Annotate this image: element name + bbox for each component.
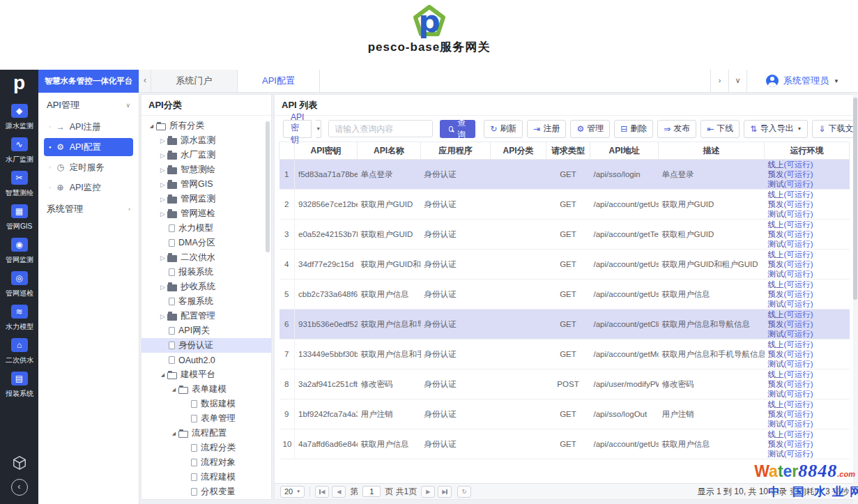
env-name-link[interactable]: 线上 [768, 160, 784, 169]
table-row-6[interactable]: 6931b536e0edf5208获取用户信息和导航信身份认证GET/api/a… [279, 310, 850, 339]
caret-collapsed-icon[interactable]: ▷ [158, 137, 167, 144]
env-name-link[interactable]: 测试 [768, 330, 784, 338]
caret-expanded-icon[interactable]: ◢ [158, 372, 167, 378]
table-row-5[interactable]: 5cbb2c733a648f626获取用户信息身份认证GET/api/accou… [279, 280, 850, 310]
env-name-link[interactable]: 线上 [768, 310, 784, 319]
env-name-link[interactable]: 线上 [768, 220, 784, 229]
register-button[interactable]: ⇥注册 [527, 120, 566, 138]
env-runnable-link[interactable]: (可运行) [784, 250, 813, 259]
env-name-link[interactable]: 线上 [768, 430, 784, 438]
caret-collapsed-icon[interactable]: ▷ [158, 181, 167, 188]
env-runnable-link[interactable]: (可运行) [784, 390, 813, 398]
env-name-link[interactable]: 测试 [768, 240, 784, 248]
env-runnable-link[interactable]: (可运行) [784, 260, 813, 268]
download-doc-button[interactable]: ⇓下载文档▼ [812, 120, 857, 138]
env-runnable-link[interactable]: (可运行) [784, 180, 813, 188]
env-name-link[interactable]: 预发 [768, 380, 784, 388]
env-runnable-link[interactable]: (可运行) [784, 210, 813, 218]
first-page-button[interactable]: ◀ [315, 486, 329, 498]
caret-expanded-icon[interactable]: ◢ [147, 123, 156, 129]
tree-node-20[interactable]: 数据建模 [141, 397, 271, 411]
table-row-4[interactable]: 434df77e29c15d获取用户GUID和租户身份认证GET/api/acc… [279, 250, 850, 280]
tree-node-1[interactable]: ◢所有分类 [141, 119, 271, 133]
env-runnable-link[interactable]: (可运行) [784, 340, 813, 349]
caret-collapsed-icon[interactable]: ▷ [158, 211, 167, 217]
tree-node-21[interactable]: 表单管理 [141, 411, 271, 426]
sidebar-item-1-1[interactable]: ○→API注册 [44, 118, 133, 136]
reload-grid-button[interactable]: ↻ [457, 486, 471, 498]
tree-node-16[interactable]: 身份认证 [141, 338, 271, 353]
env-name-link[interactable]: 预发 [768, 260, 784, 268]
tree-node-9[interactable]: DMA分区 [141, 236, 271, 250]
sidebar-item-1-2[interactable]: ●⚙API配置 [44, 138, 133, 156]
tree-node-8[interactable]: 水力模型 [141, 221, 271, 236]
tree-node-25[interactable]: 流程建模 [141, 470, 271, 484]
table-row-1[interactable]: 1f5d83aa71a78bef7单点登录身份认证GET/api/sso/log… [279, 160, 850, 190]
env-name-link[interactable]: 预发 [768, 320, 784, 328]
env-name-link[interactable]: 预发 [768, 410, 784, 418]
publish-button[interactable]: ⇒发布 [657, 120, 696, 138]
table-row-7[interactable]: 7133449e5bbf30b05获取用户信息和手机号身份认证GET/api/a… [279, 339, 850, 369]
env-name-link[interactable]: 线上 [768, 280, 784, 289]
env-name-link[interactable]: 线上 [768, 190, 784, 199]
search-field-caret-icon[interactable]: ▼ [316, 120, 321, 138]
env-name-link[interactable]: 预发 [768, 230, 784, 238]
env-name-link[interactable]: 预发 [768, 290, 784, 298]
env-name-link[interactable]: 线上 [768, 370, 784, 379]
sidebar-section-1[interactable]: API管理∨ [38, 95, 139, 116]
env-runnable-link[interactable]: (可运行) [784, 270, 813, 278]
tree-node-23[interactable]: 流程分类 [141, 441, 271, 455]
page-size-select[interactable]: 20 ▼ [280, 486, 305, 498]
tree-node-14[interactable]: ▷配置管理 [141, 309, 271, 323]
cube-icon[interactable] [12, 455, 27, 471]
wrench-button[interactable]: ⚙管理 [570, 120, 610, 138]
env-runnable-link[interactable]: (可运行) [784, 300, 813, 308]
tree-node-18[interactable]: ◢建模平台 [141, 367, 271, 382]
env-runnable-link[interactable]: (可运行) [784, 200, 813, 208]
column-header-2[interactable]: API名称 [358, 142, 421, 160]
env-runnable-link[interactable]: (可运行) [784, 330, 813, 338]
tab-2[interactable]: API配置 [238, 70, 320, 92]
rail-item-1[interactable]: ◆源水监测 [4, 104, 35, 131]
env-name-link[interactable]: 测试 [768, 180, 784, 188]
env-runnable-link[interactable]: (可运行) [784, 400, 813, 408]
rail-item-7[interactable]: ≋水力模型 [4, 305, 35, 332]
column-header-5[interactable]: 请求类型 [546, 142, 590, 160]
tab-menu-chevron-down-icon[interactable]: ∨ [728, 70, 746, 92]
env-name-link[interactable]: 测试 [768, 210, 784, 218]
rail-item-4[interactable]: ▦管网GIS [4, 204, 35, 231]
tree-node-4[interactable]: ▷智慧测绘 [141, 162, 271, 177]
env-name-link[interactable]: 测试 [768, 420, 784, 428]
env-name-link[interactable]: 线上 [768, 340, 784, 349]
env-runnable-link[interactable]: (可运行) [784, 450, 813, 458]
refresh-button[interactable]: ↻刷新 [484, 120, 523, 138]
tab-scroll-left-icon[interactable]: ‹ [139, 70, 151, 92]
import-export-button[interactable]: ⇅导入导出▼ [744, 120, 808, 138]
tree-node-19[interactable]: ◢表单建模 [141, 382, 271, 397]
rail-item-2[interactable]: ∿水厂监测 [4, 137, 35, 165]
collapse-rail-button[interactable]: ‹ [11, 479, 28, 496]
tree-node-26[interactable]: 分权变量 [141, 484, 271, 499]
tree-node-22[interactable]: ◢流程配置 [141, 426, 271, 441]
prev-page-button[interactable]: ◀ [332, 486, 346, 498]
table-row-2[interactable]: 2932856e7ce12be01获取用户GUID身份认证GET/api/acc… [279, 190, 850, 220]
caret-expanded-icon[interactable]: ◢ [169, 431, 178, 436]
env-name-link[interactable]: 预发 [768, 170, 784, 178]
column-header-6[interactable]: API地址 [590, 142, 659, 160]
user-menu[interactable]: 系统管理员 ▼ [746, 70, 858, 92]
env-runnable-link[interactable]: (可运行) [784, 360, 813, 368]
env-runnable-link[interactable]: (可运行) [784, 430, 813, 438]
trash-button[interactable]: ⊟删除 [614, 120, 653, 138]
search-field-button[interactable]: API密钥 [283, 120, 312, 138]
env-runnable-link[interactable]: (可运行) [784, 370, 813, 379]
caret-expanded-icon[interactable]: ◢ [169, 387, 178, 392]
env-runnable-link[interactable]: (可运行) [784, 350, 813, 358]
env-runnable-link[interactable]: (可运行) [784, 310, 813, 319]
query-button[interactable]: 查询 [440, 120, 475, 138]
env-name-link[interactable]: 测试 [768, 390, 784, 398]
next-page-button[interactable]: ▶ [421, 486, 435, 498]
env-runnable-link[interactable]: (可运行) [784, 440, 813, 448]
column-header-4[interactable]: API分类 [491, 142, 546, 160]
env-name-link[interactable]: 线上 [768, 250, 784, 259]
env-runnable-link[interactable]: (可运行) [784, 240, 813, 248]
